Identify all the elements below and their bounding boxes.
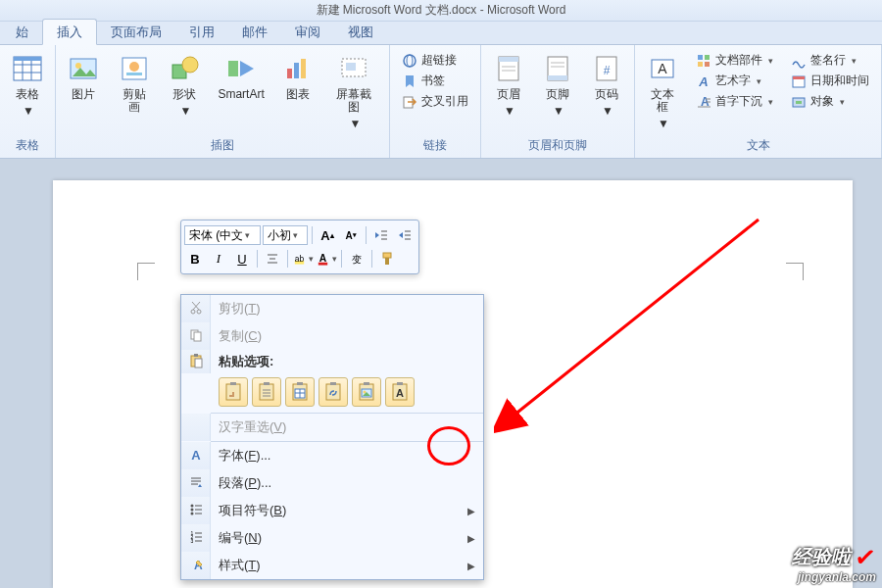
chart-icon xyxy=(282,53,314,84)
ctx-copy[interactable]: 复制(C) xyxy=(181,322,483,350)
smartart-label: SmartArt xyxy=(218,88,264,101)
svg-rect-37 xyxy=(705,62,710,67)
group-text-label: 文本 xyxy=(641,135,875,158)
tab-insert[interactable]: 插入 xyxy=(42,19,97,45)
bookmark-button[interactable]: 书签 xyxy=(398,72,472,90)
scissors-icon xyxy=(188,300,204,318)
ctx-numbering[interactable]: 123 编号(N) ▶ xyxy=(181,524,483,552)
ribbon: 表格 ▼ 表格 图片 剪贴画 形状 ▼ SmartArt xyxy=(0,45,882,159)
table-button[interactable]: 表格 ▼ xyxy=(6,49,49,122)
tab-mailings[interactable]: 邮件 xyxy=(228,20,281,44)
sigline-button[interactable]: 签名行▾ xyxy=(787,51,873,70)
quickparts-button[interactable]: 文档部件▾ xyxy=(692,51,777,70)
highlight-button[interactable]: ab▾ xyxy=(292,248,314,270)
svg-point-7 xyxy=(75,63,81,69)
underline-button[interactable]: U xyxy=(231,248,253,270)
tab-pagelayout[interactable]: 页面布局 xyxy=(97,20,175,44)
paste-text-only[interactable]: A xyxy=(385,377,415,407)
svg-rect-23 xyxy=(499,57,518,62)
signature-icon xyxy=(791,53,807,69)
clipart-label: 剪贴画 xyxy=(117,88,151,114)
decrease-indent-button[interactable] xyxy=(370,224,392,246)
chevron-down-icon: ▼ xyxy=(553,105,564,118)
pagenum-button[interactable]: # 页码▼ xyxy=(585,49,628,122)
svg-rect-61 xyxy=(383,253,391,258)
font-color-button[interactable]: A▾ xyxy=(316,248,337,270)
group-tables-label: 表格 xyxy=(6,135,49,158)
italic-button[interactable]: I xyxy=(208,248,229,270)
svg-rect-85 xyxy=(330,382,336,385)
hyperlink-button[interactable]: 超链接 xyxy=(398,51,472,70)
svg-point-97 xyxy=(190,504,193,507)
chevron-down-icon: ▼ xyxy=(349,118,361,130)
screenshot-button[interactable]: 屏幕截图 ▼ xyxy=(325,49,383,135)
paste-link[interactable] xyxy=(318,377,348,407)
svg-rect-84 xyxy=(326,384,340,400)
svg-text:变: 变 xyxy=(352,254,362,265)
tab-review[interactable]: 审阅 xyxy=(281,20,334,44)
object-button[interactable]: 对象▾ xyxy=(787,92,873,111)
group-illustrations: 图片 剪贴画 形状 ▼ SmartArt 图表 屏幕截图 xyxy=(56,45,390,158)
svg-rect-46 xyxy=(796,101,802,104)
screenshot-icon xyxy=(338,53,369,84)
page[interactable]: 宋体 (中文▾ 小初▾ A▴ A▾ B I U ab▾ A▾ 变 xyxy=(53,180,853,588)
ctx-paragraph[interactable]: 段落(P)... xyxy=(181,469,483,497)
paste-icon xyxy=(188,353,204,371)
ctx-styles[interactable]: A 样式(T) ▶ xyxy=(181,552,483,579)
svg-rect-75 xyxy=(264,382,270,385)
footer-button[interactable]: 页脚▼ xyxy=(536,49,579,122)
smartart-button[interactable]: SmartArt xyxy=(212,49,270,105)
crossref-button[interactable]: 交叉引用 xyxy=(398,92,472,111)
font-name-select[interactable]: 宋体 (中文▾ xyxy=(184,225,261,245)
svg-text:3: 3 xyxy=(190,538,193,544)
chevron-down-icon: ▼ xyxy=(179,105,191,118)
shrink-font-button[interactable]: A▾ xyxy=(340,224,362,246)
paste-table[interactable] xyxy=(285,377,315,407)
ctx-cut[interactable]: 剪切(T) xyxy=(181,295,483,322)
svg-rect-44 xyxy=(793,76,805,79)
picture-button[interactable]: 图片 xyxy=(62,49,105,105)
wordart-button[interactable]: A艺术字▾ xyxy=(692,72,777,90)
tab-references[interactable]: 引用 xyxy=(175,20,228,44)
paste-keep-source[interactable] xyxy=(219,377,248,407)
dropcap-button[interactable]: A首字下沉▾ xyxy=(692,92,777,111)
svg-rect-87 xyxy=(364,382,369,385)
font-size-select[interactable]: 小初▾ xyxy=(263,225,308,245)
svg-text:ab: ab xyxy=(295,254,305,264)
format-painter-button[interactable] xyxy=(376,248,398,270)
datetime-button[interactable]: 日期和时间 xyxy=(787,72,873,90)
paste-picture[interactable] xyxy=(352,377,381,407)
ctx-bullets[interactable]: 项目符号(B) ▶ xyxy=(181,497,483,524)
svg-point-98 xyxy=(190,508,193,511)
svg-rect-71 xyxy=(195,359,202,368)
ctx-font[interactable]: A 字体(F)... xyxy=(181,442,483,469)
bold-button[interactable]: B xyxy=(184,248,206,270)
tab-view[interactable]: 视图 xyxy=(334,20,387,44)
increase-indent-button[interactable] xyxy=(394,224,416,246)
shapes-button[interactable]: 形状 ▼ xyxy=(163,49,206,122)
svg-rect-16 xyxy=(301,59,306,78)
bullets-icon xyxy=(188,502,204,520)
ctx-reconvert[interactable]: 汉字重选(V) xyxy=(181,414,483,441)
svg-point-19 xyxy=(404,55,416,67)
svg-rect-68 xyxy=(194,332,201,341)
chevron-down-icon: ▼ xyxy=(658,118,669,130)
margin-marker-tl xyxy=(137,263,155,280)
window-title: 新建 Microsoft Word 文档.docx - Microsoft Wo… xyxy=(317,2,566,19)
chevron-down-icon: ▾ xyxy=(840,97,845,107)
shapes-icon xyxy=(169,53,200,84)
grow-font-button[interactable]: A▴ xyxy=(317,224,338,246)
svg-rect-36 xyxy=(698,62,703,67)
styles-icon: A xyxy=(188,557,204,575)
phonetic-button[interactable]: 变 xyxy=(346,248,368,270)
tab-start[interactable]: 始 xyxy=(2,20,42,44)
header-button[interactable]: 页眉▼ xyxy=(487,49,530,122)
clipart-button[interactable]: 剪贴画 xyxy=(111,49,157,118)
context-menu: 剪切(T) 复制(C) 粘贴选项: A 汉字重选(V) xyxy=(180,294,484,580)
textbox-button[interactable]: A 文本框▼ xyxy=(641,49,684,135)
center-button[interactable] xyxy=(262,248,283,270)
chart-button[interactable]: 图表 xyxy=(276,49,319,105)
paste-merge[interactable] xyxy=(252,377,281,407)
header-icon xyxy=(493,53,524,84)
datetime-icon xyxy=(791,74,807,89)
